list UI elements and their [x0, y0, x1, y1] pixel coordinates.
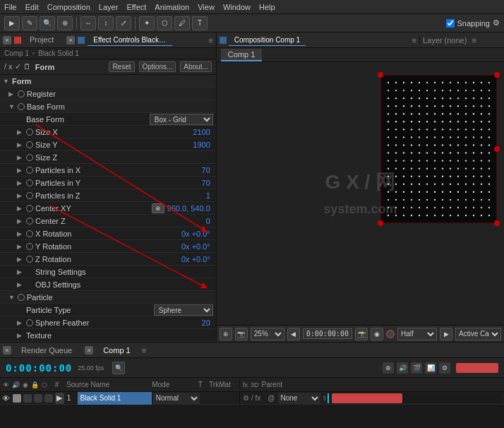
- toolbar-btn-8[interactable]: ✦: [139, 16, 155, 30]
- parent-select[interactable]: None: [278, 393, 320, 404]
- toolbar-btn-7[interactable]: ⤢: [116, 16, 131, 30]
- layer-3d-btn[interactable]: [44, 394, 53, 403]
- particles-y-value[interactable]: 70: [202, 179, 213, 187]
- layer-mode-select[interactable]: Normal Add Multiply: [153, 393, 200, 404]
- quality-select[interactable]: Half Full Quarter: [397, 328, 437, 340]
- sf-stopwatch[interactable]: [26, 319, 33, 326]
- particles-x-stopwatch[interactable]: [26, 167, 33, 174]
- about-button[interactable]: About...: [180, 61, 211, 72]
- z-rot-value[interactable]: 0x +0.0°: [181, 255, 213, 263]
- layer-audio-btn[interactable]: [13, 394, 21, 403]
- options-button[interactable]: Options...: [139, 61, 176, 72]
- toolbar-btn-6[interactable]: ↕: [98, 16, 114, 30]
- menu-effect[interactable]: Effect: [126, 3, 146, 11]
- z-rot-stopwatch[interactable]: [26, 256, 33, 263]
- sphere-feather-value[interactable]: 20: [202, 319, 213, 327]
- size-x-stopwatch[interactable]: [26, 129, 33, 136]
- zoom-select[interactable]: 25% 50% 100%: [251, 328, 284, 340]
- y-rot-value[interactable]: 0x +0.0°: [181, 242, 213, 251]
- x-rot-stopwatch[interactable]: [26, 230, 33, 237]
- parent-pick-icon[interactable]: ⇧: [322, 395, 328, 402]
- comp-tab[interactable]: Comp 1: [221, 49, 263, 61]
- search-btn[interactable]: 🔍: [112, 362, 125, 374]
- toolbar-btn-10[interactable]: 🖊: [174, 16, 190, 30]
- layer-solo-btn[interactable]: [23, 394, 32, 403]
- center-z-stopwatch[interactable]: [26, 218, 33, 225]
- particle-stopwatch[interactable]: [18, 294, 25, 301]
- particle-type-dropdown[interactable]: Sphere Glow Sphere Cloudlet: [154, 304, 213, 316]
- comp1-close[interactable]: ×: [85, 346, 93, 355]
- x-rot-value[interactable]: 0x +0.0°: [181, 230, 213, 238]
- menu-composition[interactable]: Composition: [47, 3, 90, 11]
- panel-menu-icon[interactable]: ≡: [208, 36, 212, 44]
- viewer-btn-6[interactable]: ▶: [440, 328, 452, 340]
- toolbar-btn-4[interactable]: ⊕: [57, 16, 73, 30]
- viewer-btn-4[interactable]: 📸: [355, 328, 368, 340]
- toolbar-btn-1[interactable]: ▶: [4, 16, 20, 30]
- layer-name[interactable]: Black Solid 1: [78, 392, 152, 405]
- texture-row[interactable]: ▶ Texture: [0, 329, 216, 342]
- base-form-stopwatch[interactable]: [18, 103, 25, 110]
- effect-panel-close[interactable]: ×: [66, 36, 75, 44]
- menu-window[interactable]: Window: [223, 3, 251, 11]
- base-form-dropdown[interactable]: Box - Grid Box - Random Sphere - Grid: [150, 114, 213, 125]
- viewer-btn-5[interactable]: ◉: [371, 328, 383, 340]
- tl-btn-5[interactable]: ⚙: [439, 362, 450, 374]
- tab-effect-controls[interactable]: Effect Controls Black Solid 1: [88, 35, 172, 46]
- center-xy-value[interactable]: 960.0, 540.0: [167, 204, 213, 213]
- render-queue-close[interactable]: ×: [3, 346, 11, 355]
- size-z-stopwatch[interactable]: [26, 154, 33, 161]
- viewer-btn-3[interactable]: ◀: [287, 328, 300, 340]
- menu-view[interactable]: View: [198, 3, 215, 11]
- timeline-menu[interactable]: ≡: [142, 346, 146, 355]
- comp-panel-menu[interactable]: ≡: [412, 36, 416, 44]
- tl-btn-3[interactable]: 🎬: [411, 362, 422, 374]
- toolbar-btn-3[interactable]: 🔍: [40, 16, 55, 30]
- register-stopwatch[interactable]: [18, 90, 25, 97]
- particles-z-value[interactable]: 1: [206, 191, 213, 200]
- region-select[interactable]: Active Ca: [455, 328, 501, 340]
- tl-btn-2[interactable]: 🔊: [397, 362, 408, 374]
- menu-help[interactable]: Help: [259, 3, 275, 11]
- layer-panel-menu[interactable]: ≡: [472, 36, 476, 44]
- tl-btn-4[interactable]: 📊: [425, 362, 436, 374]
- particles-z-stopwatch[interactable]: [26, 192, 33, 199]
- obj-settings-row[interactable]: ▶ OBJ Settings: [0, 278, 216, 291]
- menu-layer[interactable]: Layer: [99, 3, 119, 11]
- layer-track-bar[interactable]: [332, 393, 402, 403]
- viewer-btn-2[interactable]: 📷: [235, 328, 248, 340]
- tab-render-queue[interactable]: Render Queue: [16, 345, 78, 356]
- viewer-btn-1[interactable]: ⊕: [220, 328, 232, 340]
- tl-btn-1[interactable]: ⊕: [383, 362, 394, 374]
- toolbar-btn-9[interactable]: ⬡: [157, 16, 172, 30]
- layer-play-btn[interactable]: ▶: [55, 393, 64, 404]
- viewer-circle-btn[interactable]: [386, 330, 395, 338]
- snapping-checkbox[interactable]: [446, 19, 455, 28]
- center-xy-stopwatch[interactable]: [26, 205, 33, 212]
- toolbar-btn-5[interactable]: ↔: [80, 16, 96, 30]
- breadcrumb-comp[interactable]: Comp 1: [4, 49, 29, 57]
- center-z-value[interactable]: 0: [206, 217, 213, 225]
- size-y-stopwatch[interactable]: [26, 141, 33, 148]
- particle-section[interactable]: ▼ Particle: [0, 291, 216, 304]
- reset-button[interactable]: Reset: [109, 61, 134, 72]
- menu-file[interactable]: File: [4, 3, 17, 11]
- project-panel-close[interactable]: ×: [3, 36, 11, 44]
- toolbar-btn-2[interactable]: ✎: [22, 16, 37, 30]
- register-row[interactable]: ▶ Register: [0, 88, 216, 100]
- tab-project[interactable]: Project: [24, 34, 59, 46]
- menu-animation[interactable]: Animation: [155, 3, 189, 11]
- breadcrumb-layer[interactable]: Black Solid 1: [38, 49, 79, 57]
- center-xy-icon[interactable]: ⊕: [152, 203, 164, 213]
- layer-lock-btn[interactable]: [34, 394, 42, 403]
- layer-eye-btn[interactable]: 👁: [2, 394, 11, 403]
- size-y-value[interactable]: 1900: [193, 141, 212, 149]
- menu-edit[interactable]: Edit: [25, 3, 39, 11]
- form-section[interactable]: ▼ Form: [0, 75, 216, 88]
- size-x-value[interactable]: 2100: [193, 128, 212, 136]
- string-settings-row[interactable]: ▶ String Settings: [0, 266, 216, 278]
- y-rot-stopwatch[interactable]: [26, 243, 33, 250]
- tab-comp1[interactable]: Comp 1: [97, 345, 136, 356]
- particles-x-value[interactable]: 70: [202, 166, 213, 174]
- particles-y-stopwatch[interactable]: [26, 179, 33, 186]
